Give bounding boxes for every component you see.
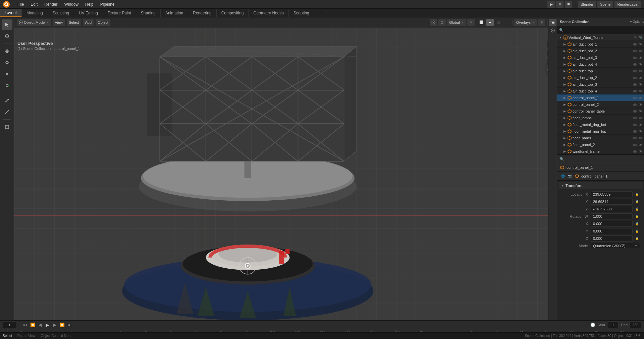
render-visibility-btn[interactable] (633, 42, 637, 47)
render-visibility-btn[interactable] (633, 116, 637, 120)
play-button[interactable]: ▶ (547, 1, 555, 8)
tab-compositing[interactable]: Compositing (217, 9, 249, 17)
visibility-btn[interactable] (638, 69, 643, 73)
tab-rendering[interactable]: Rendering (188, 9, 216, 17)
visibility-btn[interactable] (638, 62, 643, 67)
visibility-btn[interactable] (638, 149, 643, 154)
gizmo-toggle[interactable]: ⊕ (538, 19, 545, 26)
render-visibility-btn[interactable] (633, 49, 637, 53)
shading-solid-btn[interactable]: ● (486, 19, 494, 26)
proportional-edit-btn[interactable] (430, 19, 437, 26)
view-menu[interactable]: View (53, 19, 65, 26)
transform-orientation-btn[interactable]: ⟳ (467, 19, 475, 26)
pause-button[interactable]: ⏸ (556, 1, 564, 8)
prev-frame-btn[interactable]: ◀ (37, 322, 43, 328)
list-item[interactable]: ▶control_panel_2 (557, 101, 644, 108)
list-item[interactable]: ▶air_duct_bot_1 (557, 41, 644, 48)
menu-help[interactable]: Help (82, 0, 97, 8)
visibility-btn[interactable] (638, 55, 643, 60)
render-engine-select[interactable]: Blender (578, 1, 596, 8)
menu-edit[interactable]: Edit (27, 0, 41, 8)
menu-window[interactable]: Window (61, 0, 82, 8)
transform-tool-btn[interactable] (2, 80, 12, 91)
render-visibility-btn[interactable] (633, 95, 637, 100)
render-visibility-btn[interactable] (633, 82, 637, 87)
list-item[interactable]: ▶floor_panel_2 (557, 141, 644, 148)
outliner-item-collection[interactable]: ▼ Vertical_Wind_Tunnel 👁 📷 (557, 34, 644, 41)
shading-material-btn[interactable]: ◎ (495, 19, 502, 26)
list-item[interactable]: ▶floor_metal_ring_bot (557, 121, 644, 128)
annotate-tool-btn[interactable] (2, 95, 12, 106)
render-layer-select[interactable]: RenderLayer (614, 1, 641, 8)
viewport[interactable]: Object Mode ▼ View Select Add Object ⊙ G… (14, 17, 557, 320)
scale-tool-btn[interactable] (2, 69, 12, 79)
shading-wire-btn[interactable]: ⬜ (478, 19, 485, 26)
render-visibility-btn[interactable] (633, 69, 637, 73)
list-item[interactable]: ▶floor_lamps (557, 115, 644, 121)
list-item[interactable]: ▶air_duct_top_2 (557, 74, 644, 81)
rotate-tool-btn[interactable] (2, 57, 12, 68)
outliner-icon-btn[interactable] (549, 19, 556, 26)
tab-uv-editing[interactable]: UV Editing (74, 9, 103, 17)
render-visibility-btn[interactable] (633, 122, 637, 127)
list-item[interactable]: ▶air_duct_top_4 (557, 88, 644, 94)
render-visibility-btn[interactable] (633, 62, 637, 67)
rotation-z-lock[interactable]: 🔒 (635, 237, 640, 240)
outliner-options-btn[interactable]: Options (635, 19, 641, 25)
transform-section-header[interactable]: ▼ Transform (558, 182, 643, 189)
list-item[interactable]: ▶air_duct_top_1 (557, 68, 644, 74)
list-item[interactable]: ▶control_panel_1 (557, 94, 644, 101)
list-item[interactable]: ▶air_duct_top_3 (557, 81, 644, 88)
tab-add[interactable]: + (314, 9, 326, 17)
menu-file[interactable]: File (14, 0, 27, 8)
visibility-btn[interactable] (638, 109, 643, 114)
render-toggle[interactable]: 📷 (638, 35, 643, 40)
render-visibility-btn[interactable] (633, 142, 637, 147)
move-tool-btn[interactable] (2, 46, 12, 57)
visibility-btn[interactable] (638, 136, 643, 140)
rotation-y-value[interactable]: 0.000 (591, 228, 633, 234)
cursor-tool-btn[interactable] (2, 31, 12, 42)
location-y-value[interactable]: 26.69814 (591, 199, 633, 205)
object-menu[interactable]: Object (96, 19, 110, 26)
add-menu[interactable]: Add (83, 19, 94, 26)
global-transform-select[interactable]: Global ▼ (447, 19, 466, 26)
render-visibility-btn[interactable] (633, 149, 637, 154)
visibility-btn[interactable] (638, 116, 643, 120)
visibility-btn[interactable] (638, 102, 643, 107)
snap-btn[interactable]: ⊙ (438, 19, 446, 26)
props-search-input[interactable] (565, 157, 641, 161)
next-keyframe-btn[interactable]: ⏩ (59, 322, 65, 328)
visibility-btn[interactable] (638, 75, 643, 80)
location-x-value[interactable]: 239.65359 (591, 191, 633, 197)
overlay-toggle[interactable]: Overlays ▼ (514, 19, 537, 26)
properties-icon-btn[interactable] (549, 27, 556, 34)
rotation-w-lock[interactable]: 🔒 (635, 215, 640, 218)
render-visibility-btn[interactable] (633, 89, 637, 93)
visibility-btn[interactable] (638, 95, 643, 100)
jump-start-btn[interactable]: ⏮ (22, 322, 28, 328)
rotation-w-value[interactable]: 1.000 (591, 213, 633, 219)
visibility-btn[interactable] (638, 122, 643, 127)
tab-shading[interactable]: Shading (136, 9, 161, 17)
stop-button[interactable]: ⏹ (565, 1, 572, 8)
prop-icon-render[interactable]: 📷 (567, 173, 573, 179)
add-object-tool-btn[interactable] (2, 122, 12, 132)
list-item[interactable]: ▶windtunel_frame (557, 148, 644, 154)
jump-end-btn[interactable]: ⏭ (66, 322, 72, 328)
prop-icon-scene[interactable]: 🌐 (560, 173, 566, 179)
location-y-lock[interactable]: 🔒 (635, 200, 640, 203)
tab-texture-paint[interactable]: Texture Paint (103, 9, 136, 17)
next-frame-btn[interactable]: ▶ (52, 322, 58, 328)
visibility-btn[interactable] (638, 142, 643, 147)
render-visibility-btn[interactable] (633, 102, 637, 107)
tab-layout[interactable]: Layout (0, 9, 22, 17)
shading-render-btn[interactable]: ○ (504, 19, 511, 26)
list-item[interactable]: ▶floor_metal_ring_top (557, 128, 644, 135)
select-menu[interactable]: Select (67, 19, 81, 26)
mode-selector[interactable]: Object Mode ▼ (17, 19, 51, 26)
visibility-btn[interactable] (638, 89, 643, 93)
list-item[interactable]: ▶control_panel_table (557, 108, 644, 115)
viewport-canvas[interactable]: User Perspective (1) Scene Collection | … (14, 27, 557, 320)
menu-render[interactable]: Render (41, 0, 61, 8)
